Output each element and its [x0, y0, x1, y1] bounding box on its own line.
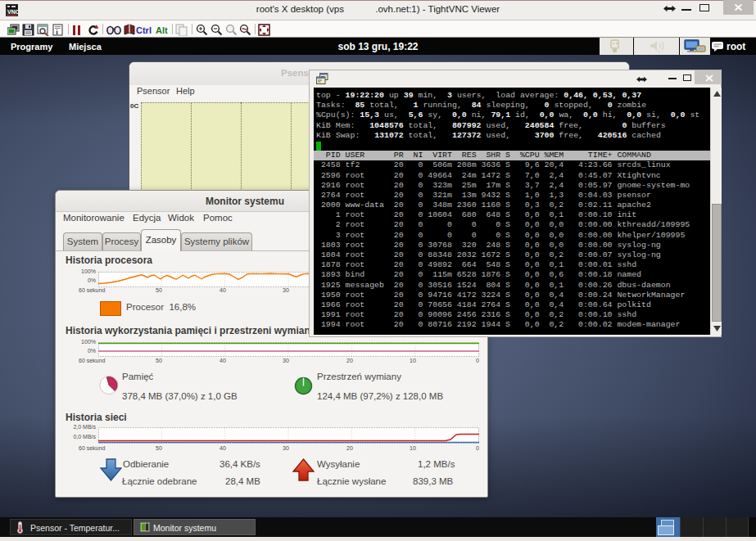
- svg-text:VNC: VNC: [7, 9, 18, 15]
